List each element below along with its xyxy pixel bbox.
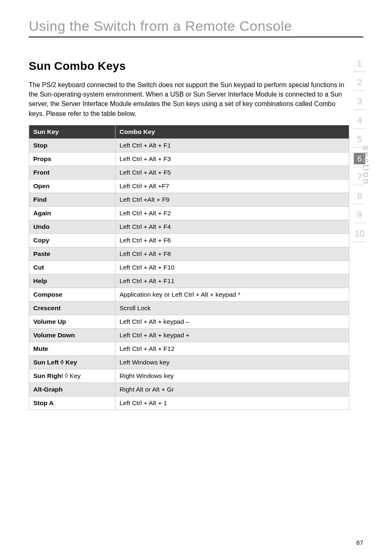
table-cell-combokey: Left Windows key [115, 355, 349, 369]
table-header-row: Sun Key Combo Key [29, 125, 349, 138]
table-cell-combokey: Left Ctrl + Alt + F6 [115, 233, 349, 247]
table-row: AgainLeft Ctrl + Alt + F2 [29, 206, 349, 220]
table-cell-combokey: Left Ctrl +Alt + F9 [115, 193, 349, 206]
section-nav-item[interactable]: 3 [345, 94, 374, 113]
table-cell-combokey: Right Alt or Alt + Gr [115, 383, 349, 396]
table-cell-sunkey: Volume Up [29, 315, 115, 328]
table-cell-sunkey: Again [29, 206, 115, 220]
table-row: CopyLeft Ctrl + Alt + F6 [29, 233, 349, 247]
table-row: PasteLeft Ctrl + Alt + F8 [29, 247, 349, 260]
table-cell-sunkey: Crescent [29, 301, 115, 315]
table-cell-sunkey: Mute [29, 342, 115, 355]
table-cell-sunkey: Volume Down [29, 328, 115, 342]
table-cell-combokey: Left Ctrl + Alt + keypad + [115, 328, 349, 342]
title-rule [29, 37, 363, 37]
section-nav-item[interactable]: 8 [345, 188, 374, 207]
table-row: FindLeft Ctrl +Alt + F9 [29, 193, 349, 206]
table-header-sunkey: Sun Key [29, 125, 115, 138]
section-nav-item[interactable]: 10 [345, 226, 374, 245]
table-row: Volume UpLeft Ctrl + Alt + keypad – [29, 315, 349, 328]
combo-keys-table: Sun Key Combo Key StopLeft Ctrl + Alt + … [29, 125, 349, 410]
table-cell-combokey: Right Windows key [115, 369, 349, 383]
table-row: MuteLeft Ctrl + Alt + F12 [29, 342, 349, 355]
table-row: HelpLeft Ctrl + Alt + F11 [29, 274, 349, 288]
table-cell-sunkey: Compose [29, 288, 115, 301]
table-cell-sunkey: Paste [29, 247, 115, 260]
table-cell-sunkey: Help [29, 274, 115, 288]
section-nav-item[interactable]: 2 [345, 75, 374, 94]
table-row: Volume DownLeft Ctrl + Alt + keypad + [29, 328, 349, 342]
table-cell-sunkey: Find [29, 193, 115, 206]
table-cell-sunkey: Stop A [29, 396, 115, 410]
table-cell-combokey: Left Ctrl + Alt + F11 [115, 274, 349, 288]
table-cell-sunkey: Stop [29, 138, 115, 152]
table-cell-combokey: Left Ctrl + Alt + F12 [115, 342, 349, 355]
table-cell-sunkey: Front [29, 166, 115, 179]
table-cell-sunkey: Sun Right ◊ Key [29, 369, 115, 383]
table-row: Sun Right ◊ KeyRight Windows key [29, 369, 349, 383]
intro-paragraph: The PS/2 keyboard connected to the Switc… [29, 80, 349, 118]
table-row: Sun Left ◊ KeyLeft Windows key [29, 355, 349, 369]
table-cell-combokey: Left Ctrl + Alt + keypad – [115, 315, 349, 328]
table-cell-combokey: Left Ctrl + Alt + F1 [115, 138, 349, 152]
table-cell-combokey: Left Ctrl + Alt + F2 [115, 206, 349, 220]
table-header-combokey: Combo Key [115, 125, 349, 138]
table-cell-combokey: Left Ctrl + Alt + F4 [115, 220, 349, 233]
section-title: Sun Combo Keys [29, 60, 363, 73]
table-cell-combokey: Left Ctrl + Alt +F7 [115, 179, 349, 193]
section-nav-item[interactable]: 4 [345, 113, 374, 131]
table-cell-sunkey: Copy [29, 233, 115, 247]
table-cell-sunkey: Alt-Graph [29, 383, 115, 396]
table-cell-combokey: Left Ctrl + Alt + F5 [115, 166, 349, 179]
table-cell-sunkey: Open [29, 179, 115, 193]
table-cell-combokey: Left Ctrl + Alt + F3 [115, 152, 349, 166]
table-cell-combokey: Left Ctrl + Alt + F8 [115, 247, 349, 260]
table-row: FrontLeft Ctrl + Alt + F5 [29, 166, 349, 179]
table-cell-sunkey: Sun Left ◊ Key [29, 355, 115, 369]
table-row: UndoLeft Ctrl + Alt + F4 [29, 220, 349, 233]
table-row: Alt-GraphRight Alt or Alt + Gr [29, 383, 349, 396]
section-nav-item[interactable]: 9 [345, 207, 374, 226]
table-row: Stop ALeft Ctrl + Alt + 1 [29, 396, 349, 410]
table-cell-combokey: Scroll Lock [115, 301, 349, 315]
table-row: ComposeApplication key or Left Ctrl + Al… [29, 288, 349, 301]
table-row: OpenLeft Ctrl + Alt +F7 [29, 179, 349, 193]
table-row: PropsLeft Ctrl + Alt + F3 [29, 152, 349, 166]
table-cell-sunkey: Undo [29, 220, 115, 233]
page-number: 67 [356, 539, 363, 546]
table-cell-sunkey: Props [29, 152, 115, 166]
section-nav-label: section [346, 160, 386, 171]
table-row: StopLeft Ctrl + Alt + F1 [29, 138, 349, 152]
table-cell-combokey: Left Ctrl + Alt + F10 [115, 260, 349, 274]
table-row: CrescentScroll Lock [29, 301, 349, 315]
table-cell-combokey: Left Ctrl + Alt + 1 [115, 396, 349, 410]
section-nav-item[interactable]: 1 [345, 56, 374, 75]
table-row: CutLeft Ctrl + Alt + F10 [29, 260, 349, 274]
table-cell-combokey: Application key or Left Ctrl + Alt + key… [115, 288, 349, 301]
table-cell-sunkey: Cut [29, 260, 115, 274]
page-title: Using the Switch from a Remote Console [29, 18, 363, 34]
